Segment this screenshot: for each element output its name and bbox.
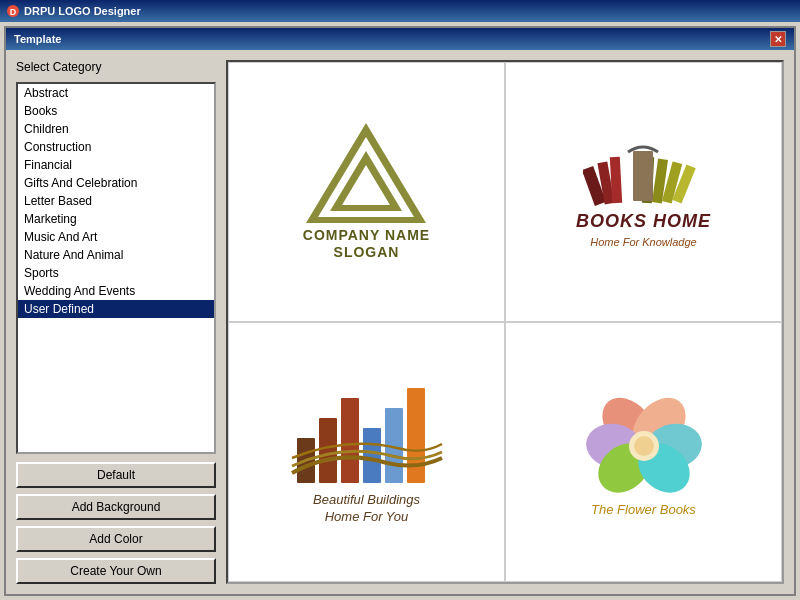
category-user-defined[interactable]: User Defined [18, 300, 214, 318]
app-title-bar: D DRPU LOGO Designer [0, 0, 800, 22]
books-graphic [583, 137, 703, 207]
template-cell-3[interactable]: Beautiful BuildingsHome For You [228, 322, 505, 582]
category-gifts[interactable]: Gifts And Celebration [18, 174, 214, 192]
company-name-text: COMPANY NAMESLOGAN [303, 227, 430, 261]
flower-svg [584, 388, 704, 498]
category-children[interactable]: Children [18, 120, 214, 138]
logo1-text-block: COMPANY NAMESLOGAN [303, 227, 430, 261]
category-sports[interactable]: Sports [18, 264, 214, 282]
category-letter-based[interactable]: Letter Based [18, 192, 214, 210]
svg-text:D: D [10, 7, 17, 17]
svg-rect-9 [633, 151, 653, 201]
svg-point-23 [634, 436, 654, 456]
template-cell-4[interactable]: The Flower Books [505, 322, 782, 582]
category-marketing[interactable]: Marketing [18, 210, 214, 228]
template-window: Template ✕ Select Category Abstract Book… [4, 26, 796, 596]
svg-rect-11 [319, 418, 337, 483]
close-button[interactable]: ✕ [770, 31, 786, 47]
buildings-text: Beautiful BuildingsHome For You [313, 492, 420, 526]
button-group: Default Add Background Add Color Create … [16, 462, 216, 584]
add-background-button[interactable]: Add Background [16, 494, 216, 520]
left-panel: Select Category Abstract Books Children … [16, 60, 216, 584]
window-title-bar: Template ✕ [6, 28, 794, 50]
books-svg [583, 137, 703, 207]
logo-books-home: BOOKS HOME Home For Knowladge [576, 137, 711, 248]
category-financial[interactable]: Financial [18, 156, 214, 174]
svg-rect-15 [407, 388, 425, 483]
app-title: DRPU LOGO Designer [24, 5, 141, 17]
template-cell-1[interactable]: COMPANY NAMESLOGAN [228, 62, 505, 322]
category-wedding[interactable]: Wedding And Events [18, 282, 214, 300]
main-content: Select Category Abstract Books Children … [6, 50, 794, 594]
category-books[interactable]: Books [18, 102, 214, 120]
category-music[interactable]: Music And Art [18, 228, 214, 246]
buildings-svg [287, 378, 447, 488]
window-title: Template [14, 33, 61, 45]
triangle-graphic [306, 123, 426, 223]
books-home-subtitle: Home For Knowladge [590, 236, 696, 248]
add-color-button[interactable]: Add Color [16, 526, 216, 552]
logo-buildings: Beautiful BuildingsHome For You [287, 378, 447, 526]
logo-triangle: COMPANY NAMESLOGAN [303, 123, 430, 261]
triangle-fill [342, 165, 390, 205]
logo-flower: The Flower Books [584, 388, 704, 517]
category-label: Select Category [16, 60, 216, 74]
category-abstract[interactable]: Abstract [18, 84, 214, 102]
books-home-title: BOOKS HOME [576, 211, 711, 232]
category-construction[interactable]: Construction [18, 138, 214, 156]
default-button[interactable]: Default [16, 462, 216, 488]
create-your-own-button[interactable]: Create Your Own [16, 558, 216, 584]
svg-rect-13 [363, 428, 381, 483]
category-list[interactable]: Abstract Books Children Construction Fin… [16, 82, 216, 454]
app-icon: D [6, 4, 20, 18]
flower-books-text: The Flower Books [591, 502, 696, 517]
template-cell-2[interactable]: BOOKS HOME Home For Knowladge [505, 62, 782, 322]
svg-rect-12 [341, 398, 359, 483]
category-nature[interactable]: Nature And Animal [18, 246, 214, 264]
template-grid: COMPANY NAMESLOGAN [226, 60, 784, 584]
